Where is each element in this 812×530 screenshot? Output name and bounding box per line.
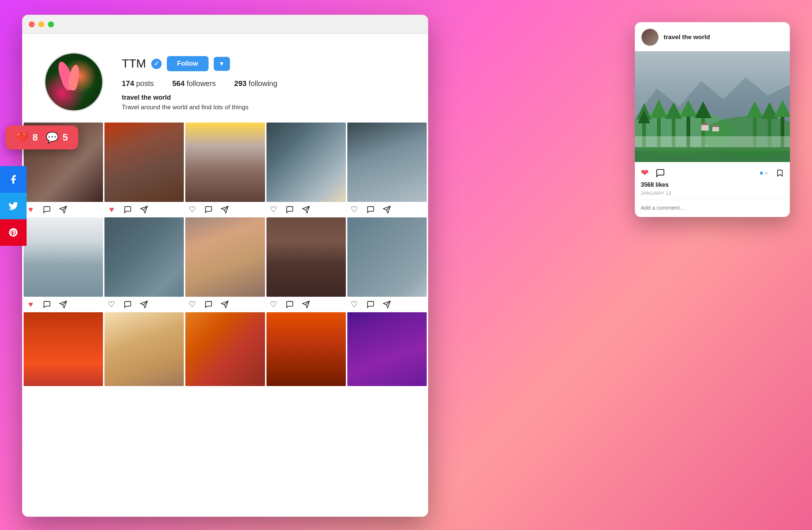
popup-like-button[interactable]: ❤ [641,167,649,179]
like-button-3[interactable]: ♡ [187,205,197,214]
like-button-7[interactable]: ♡ [107,300,116,309]
follow-dropdown-button[interactable]: ▼ [214,57,230,71]
popup-comment-area[interactable] [635,200,790,217]
comment-button-7[interactable] [123,300,133,309]
share-button-5[interactable] [382,205,392,214]
pinterest-share-button[interactable] [0,219,27,246]
following-label: following [249,79,278,87]
post-thumbnail-5[interactable] [347,123,427,202]
post-cell-14 [266,312,346,386]
post-actions-7: ♡ [104,297,184,311]
browser-window: TTM ✓ Follow ▼ 174 posts 564 followers 2… [22,15,428,517]
like-button-8[interactable]: ♡ [187,300,197,309]
profile-display-name: travel the world [122,94,406,101]
popup-date: JANUARY 13 [635,190,790,200]
share-button-9[interactable] [301,300,311,309]
posts-stat: 174 posts [122,79,154,88]
post-thumbnail-14[interactable] [266,312,346,386]
followers-count: 564 [172,79,185,87]
post-thumbnail-15[interactable] [347,312,427,386]
like-count: 8 [32,132,38,143]
posts-label: posts [136,79,154,87]
like-button-6[interactable]: ♥ [26,300,35,309]
share-button-1[interactable] [58,205,68,214]
share-button-4[interactable] [301,205,311,214]
comment-button-6[interactable] [42,300,52,309]
window-maximize-button[interactable] [48,21,54,27]
post-thumbnail-7[interactable] [104,217,184,297]
post-actions-3: ♡ [185,202,265,216]
window-minimize-button[interactable] [38,21,44,27]
share-button-8[interactable] [220,300,230,309]
post-thumbnail-13[interactable] [185,312,265,386]
post-cell-12 [104,312,184,386]
svg-rect-46 [635,147,790,162]
posts-grid-row2: ♥ ♡ [22,217,428,311]
post-actions-8: ♡ [185,297,265,311]
posts-count: 174 [122,79,134,87]
followers-label: followers [187,79,216,87]
following-count: 293 [234,79,247,87]
post-actions-1: ♥ [24,202,103,216]
like-button-5[interactable]: ♡ [350,205,359,214]
username: TTM [122,57,146,70]
popup-dots [760,172,768,175]
posts-grid-row3 [22,312,428,386]
like-button-2[interactable]: ♥ [107,205,116,214]
post-cell-3: ♡ [185,123,265,216]
share-button-3[interactable] [220,205,230,214]
post-thumbs-row1: ♥ ♥ [24,123,427,216]
window-close-button[interactable] [29,21,35,27]
profile-section: TTM ✓ Follow ▼ 174 posts 564 followers 2… [22,34,428,123]
post-thumbnail-4[interactable] [266,123,346,202]
comment-button-2[interactable] [123,205,133,214]
share-button-2[interactable] [139,205,149,214]
like-button-4[interactable]: ♡ [269,205,278,214]
popup-comment-input[interactable] [641,204,784,211]
popup-bookmark-button[interactable] [776,169,784,177]
post-thumbnail-6[interactable] [24,217,103,297]
share-button-7[interactable] [139,300,149,309]
post-cell-6: ♥ [24,217,103,311]
post-thumbnail-10[interactable] [347,217,427,297]
comment-button-1[interactable] [42,205,52,214]
post-thumbnail-2[interactable] [104,123,184,202]
svg-rect-43 [712,127,719,131]
post-thumbnail-12[interactable] [104,312,184,386]
post-thumbnail-9[interactable] [266,217,346,297]
share-button-6[interactable] [58,300,68,309]
popup-actions-bar: ❤ [635,162,790,182]
comment-button-3[interactable] [204,205,213,214]
like-button-9[interactable]: ♡ [269,300,278,309]
post-cell-4: ♡ [266,123,346,216]
comment-button-10[interactable] [366,300,375,309]
post-cell-2: ♥ [104,123,184,216]
avatar [44,52,103,111]
like-button-10[interactable]: ♡ [350,300,359,309]
popup-comment-button[interactable] [656,168,665,178]
popup-likes-count: 3568 likes [635,182,790,190]
comment-button-8[interactable] [204,300,213,309]
posts-grid-row1: ♥ ♥ [22,123,428,216]
post-cell-5: ♡ [347,123,427,216]
popup-header: travel the world [635,22,790,51]
post-thumbnail-3[interactable] [185,123,265,202]
popup-image [635,51,790,162]
following-stat[interactable]: 293 following [234,79,278,88]
comment-button-4[interactable] [285,205,295,214]
post-thumbnail-11[interactable] [24,312,103,386]
follow-button[interactable]: Follow [167,56,209,71]
twitter-share-button[interactable] [0,193,27,219]
post-cell-9: ♡ [266,217,346,311]
comment-button-5[interactable] [366,205,375,214]
comment-button-9[interactable] [285,300,295,309]
post-actions-6: ♥ [24,297,103,311]
followers-stat[interactable]: 564 followers [172,79,216,88]
like-button-1[interactable]: ♥ [26,205,35,214]
facebook-share-button[interactable] [0,166,27,193]
post-thumbnail-8[interactable] [185,217,265,297]
dot-2 [765,172,768,175]
share-button-10[interactable] [382,300,392,309]
browser-titlebar [22,15,428,34]
post-cell-7: ♡ [104,217,184,311]
